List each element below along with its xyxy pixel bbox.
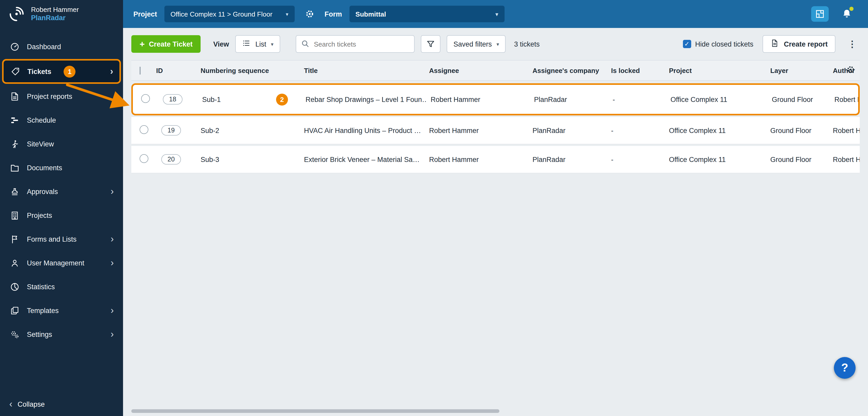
forms-flag-icon xyxy=(9,234,20,244)
sidebar-item-templates[interactable]: Templates › xyxy=(0,299,123,322)
pdf-report-icon xyxy=(770,39,779,49)
user-icon xyxy=(9,258,20,268)
hide-closed-tickets-label: Hide closed tickets xyxy=(695,40,753,48)
sidebar-item-label: Approvals xyxy=(27,187,58,195)
saved-filters-dropdown[interactable]: Saved filters ▾ xyxy=(447,35,506,53)
filter-button[interactable] xyxy=(421,35,440,53)
search-input[interactable] xyxy=(296,35,414,53)
column-header-assignee[interactable]: Assignee xyxy=(425,66,528,74)
statistics-pie-icon xyxy=(9,281,20,292)
column-header-project[interactable]: Project xyxy=(665,66,766,74)
saved-filters-label: Saved filters xyxy=(454,40,492,48)
view-mode-value: List xyxy=(255,40,266,48)
topbar-right xyxy=(811,6,858,22)
chevron-right-icon: › xyxy=(111,234,114,244)
documents-folder-icon xyxy=(9,162,20,173)
ticket-assignee: Robert Hammer xyxy=(425,126,528,134)
project-settings-gear-icon[interactable] xyxy=(302,6,317,22)
sidebar-item-label: Tickets xyxy=(27,67,52,75)
column-header-title[interactable]: Title xyxy=(300,66,425,74)
user-block: Robert Hammer PlanRadar xyxy=(31,6,79,22)
plan-view-icon[interactable] xyxy=(811,6,829,22)
sidebar-item-approvals[interactable]: Approvals › xyxy=(0,180,123,203)
ticket-author: Robert Hammer xyxy=(829,155,860,163)
project-label: Project xyxy=(133,10,157,18)
table-header-row: ID Numbering sequence Title Assignee Ass… xyxy=(131,60,860,81)
approvals-stamp-icon xyxy=(9,186,20,197)
project-selector[interactable]: Office Complex 11 > Ground Floor ▾ xyxy=(164,6,295,22)
sidebar-item-siteview[interactable]: SiteView xyxy=(0,132,123,156)
step-2-badge: 2 xyxy=(276,93,288,105)
ticket-layer: Ground Floor xyxy=(768,95,830,103)
ticket-numbering: Sub-3 xyxy=(200,155,219,163)
caret-down-icon: ▾ xyxy=(271,41,274,47)
settings-gears-icon xyxy=(9,329,20,339)
ticket-id-pill: 20 xyxy=(161,154,181,165)
sidebar-item-projects[interactable]: Projects xyxy=(0,203,123,227)
ticket-author: Robert Hammer xyxy=(829,126,860,134)
templates-copy-icon xyxy=(9,305,20,316)
sidebar-item-schedule[interactable]: Schedule xyxy=(0,108,123,132)
column-header-layer[interactable]: Layer xyxy=(766,66,829,74)
ticket-company: PlanRadar xyxy=(528,155,607,163)
help-button[interactable]: ? xyxy=(834,357,856,379)
ticket-company: PlanRadar xyxy=(528,126,607,134)
sidebar-item-user-management[interactable]: User Management › xyxy=(0,251,123,275)
ticket-project: Office Complex 11 xyxy=(665,126,766,134)
sidebar-item-label: User Management xyxy=(27,259,84,267)
sidebar-item-documents[interactable]: Documents xyxy=(0,156,123,180)
select-all-checkbox[interactable] xyxy=(140,66,141,74)
ticket-is-locked: - xyxy=(607,155,665,163)
sidebar-item-project-reports[interactable]: Project reports xyxy=(0,84,123,108)
ticket-numbering: Sub-1 xyxy=(202,95,221,103)
collapse-label: Collapse xyxy=(18,400,45,408)
caret-down-icon: ▾ xyxy=(496,11,498,17)
sidebar-collapse-button[interactable]: ‹ Collapse xyxy=(0,399,123,409)
form-selector[interactable]: Submittal ▾ xyxy=(349,6,504,22)
ticket-row[interactable]: 19 Sub-2 HVAC Air Handling Units – Produ… xyxy=(131,117,860,144)
view-mode-dropdown[interactable]: List ▾ xyxy=(235,35,280,53)
column-header-numbering-sequence[interactable]: Numbering sequence xyxy=(196,66,300,74)
chevron-left-icon: ‹ xyxy=(9,399,12,409)
sidebar-item-settings[interactable]: Settings › xyxy=(0,322,123,346)
sidebar-item-label: Schedule xyxy=(27,116,56,124)
row-checkbox[interactable] xyxy=(140,125,148,134)
plus-icon: + xyxy=(140,39,145,49)
create-ticket-button[interactable]: + Create Ticket xyxy=(131,35,201,53)
sidebar-item-statistics[interactable]: Statistics xyxy=(0,275,123,299)
project-reports-icon xyxy=(9,91,20,101)
sidebar-item-forms-and-lists[interactable]: Forms and Lists › xyxy=(0,227,123,251)
create-report-button[interactable]: Create report xyxy=(763,35,835,53)
ticket-row[interactable]: 18 Sub-1 2 Rebar Shop Drawings – Level 1… xyxy=(131,83,860,115)
column-header-assignees-company[interactable]: Assignee's company xyxy=(528,66,607,74)
notification-dot xyxy=(849,7,854,11)
dashboard-icon xyxy=(9,41,20,52)
ticket-assignee: Robert Hammer xyxy=(425,155,528,163)
ticket-layer: Ground Floor xyxy=(766,126,829,134)
sidebar-item-label: Documents xyxy=(27,164,62,172)
form-selector-value: Submittal xyxy=(355,10,490,18)
checkbox-checked-icon[interactable]: ✓ xyxy=(683,40,691,48)
column-header-is-locked[interactable]: Is locked xyxy=(607,66,665,74)
topbar-main: Project Office Complex 11 > Ground Floor… xyxy=(123,0,868,28)
chevron-right-icon: › xyxy=(111,330,114,339)
ticket-is-locked: - xyxy=(609,95,666,103)
projects-building-icon xyxy=(9,210,20,220)
ticket-row[interactable]: 20 Sub-3 Exterior Brick Veneer – Materia… xyxy=(131,146,860,173)
sidebar-item-tickets[interactable]: Tickets 1 › xyxy=(2,59,121,84)
hide-closed-tickets-checkbox-wrap[interactable]: ✓ Hide closed tickets xyxy=(683,40,753,48)
sidebar-item-dashboard[interactable]: Dashboard xyxy=(0,35,123,58)
more-options-kebab-icon[interactable]: ⋮ xyxy=(845,38,860,50)
column-header-id[interactable]: ID xyxy=(152,66,196,74)
brand-block: Robert Hammer PlanRadar xyxy=(0,0,123,28)
notifications-bell-icon[interactable] xyxy=(839,6,855,22)
horizontal-scrollbar[interactable] xyxy=(131,409,499,413)
row-checkbox[interactable] xyxy=(140,154,148,163)
ticket-author: Robert Hammer xyxy=(830,95,858,103)
ticket-project: Office Complex 11 xyxy=(665,155,766,163)
chevron-right-icon: › xyxy=(110,67,113,76)
ticket-title: HVAC Air Handling Units – Product … xyxy=(300,126,425,134)
ticket-title: Exterior Brick Veneer – Material Sa… xyxy=(300,155,425,163)
row-checkbox[interactable] xyxy=(141,94,150,103)
column-settings-gear-icon[interactable] xyxy=(846,65,856,76)
